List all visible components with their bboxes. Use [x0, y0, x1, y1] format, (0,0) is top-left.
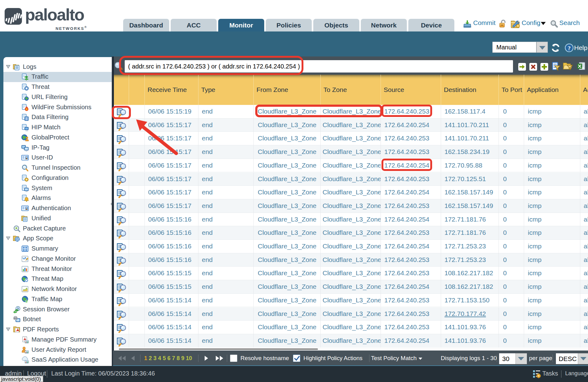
svg-text:?: ?: [568, 45, 571, 52]
